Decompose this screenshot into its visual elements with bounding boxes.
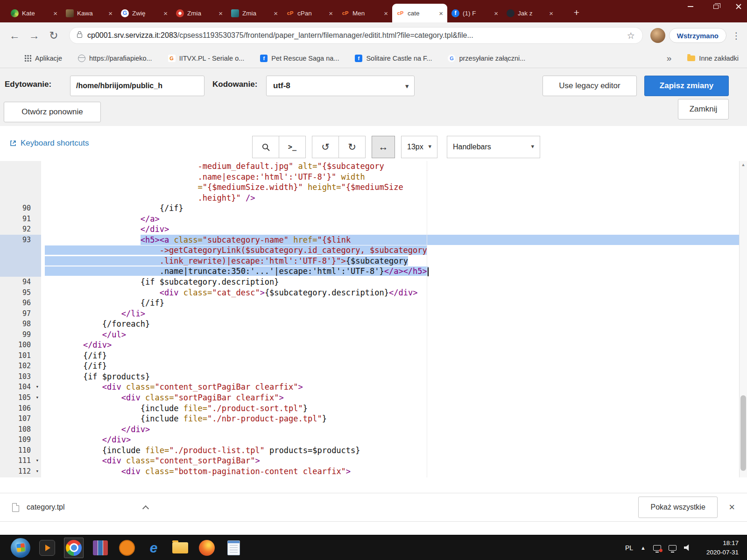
other-bookmarks-label: Inne zakładki	[699, 55, 739, 62]
code-row: {/if}	[45, 350, 739, 361]
bookmark-item[interactable]: Gprzesyłanie załączni...	[448, 55, 525, 62]
taskbar-app-notepad[interactable]	[224, 538, 243, 558]
taskbar-app-media[interactable]	[37, 538, 57, 558]
close-window-button[interactable]	[735, 3, 742, 10]
bookmark-item[interactable]: fSolitaire Castle na F...	[355, 55, 432, 62]
menu-dots-icon[interactable]: ⋮	[730, 30, 742, 41]
path-input[interactable]: /home/hbriijom/public_h	[70, 76, 204, 96]
browser-tab[interactable]: cPMen×	[337, 4, 392, 22]
fold-icon[interactable]: ▾	[35, 392, 39, 403]
bookmark-item[interactable]: Aplikacje	[24, 55, 62, 62]
bookmark-item[interactable]: fPet Rescue Saga na...	[260, 55, 339, 62]
tray-language[interactable]: PL	[625, 544, 633, 552]
tray-volume-icon[interactable]	[684, 544, 691, 551]
taskbar-app-winrar[interactable]	[91, 538, 110, 558]
fold-icon[interactable]: ▾	[35, 466, 39, 477]
tab-close-icon[interactable]: ×	[53, 9, 57, 17]
address-bar[interactable]: cp0001.srv.servizza.it:2083/cpsess119353…	[69, 27, 643, 44]
undo-button[interactable]: ↺	[312, 136, 339, 158]
browser-tab[interactable]: GZwię×	[117, 4, 172, 22]
tray-network-icon[interactable]	[653, 545, 661, 551]
taskbar-clock[interactable]: 18:17 2020-07-31	[698, 539, 739, 557]
taskbar-app-xampp[interactable]	[117, 538, 137, 558]
taskbar-app-ie[interactable]: e	[144, 538, 163, 558]
font-size-select[interactable]: 13px ▾	[401, 136, 437, 158]
photo-brown-favicon	[66, 9, 74, 17]
browser-tab[interactable]: f(1) F×	[447, 4, 502, 22]
show-all-button[interactable]: Pokaż wszystkie	[638, 497, 718, 518]
tray-chevron-icon[interactable]: ▲	[641, 545, 646, 551]
bookmarks-overflow-icon[interactable]: »	[667, 53, 672, 63]
maximize-button[interactable]	[710, 2, 722, 11]
bookmark-item[interactable]: https://parafiapieko...	[78, 55, 152, 62]
line-number	[0, 245, 41, 256]
code-row: </div>	[45, 340, 739, 350]
code-row: <div class="bottom-pagination-content cl…	[45, 466, 739, 477]
encoding-select[interactable]: utf-8 ▾	[266, 76, 415, 96]
browser-tab[interactable]: Zmia×	[172, 4, 227, 22]
ie-icon: e	[146, 540, 162, 556]
scrollbar[interactable]: ▲	[739, 161, 747, 477]
bookmark-label: Aplikacje	[35, 55, 62, 62]
tab-close-icon[interactable]: ×	[494, 9, 498, 17]
tab-close-icon[interactable]: ×	[329, 9, 333, 17]
browser-tab[interactable]: Zmia×	[227, 4, 282, 22]
firefox-icon	[199, 540, 215, 556]
terminal-button[interactable]: >_	[279, 136, 306, 158]
legacy-editor-button[interactable]: Use legacy editor	[543, 76, 637, 96]
keyboard-shortcuts-link[interactable]: Keyboard shortcuts	[9, 139, 89, 148]
tab-close-icon[interactable]: ×	[274, 9, 278, 17]
collapse-chevron-icon[interactable]	[142, 505, 148, 511]
sync-paused-chip[interactable]: Wstrzymano	[669, 28, 726, 43]
reopen-button[interactable]: Otwórz ponownie	[4, 102, 101, 122]
forward-button[interactable]: →	[24, 29, 44, 42]
minimize-button[interactable]	[684, 2, 697, 11]
bookmark-item[interactable]: GIITVX.PL - Seriale o...	[168, 55, 245, 62]
scroll-thumb[interactable]	[740, 395, 746, 471]
line-number	[0, 266, 41, 277]
browser-tab[interactable]: Kate×	[7, 4, 62, 22]
close-editor-button[interactable]: Zamknij	[678, 99, 729, 119]
tab-close-icon[interactable]: ×	[549, 9, 553, 17]
redo-icon: ↻	[348, 141, 356, 153]
browser-tab[interactable]: Kawa×	[62, 4, 117, 22]
file-name[interactable]: category.tpl	[27, 503, 65, 511]
word-wrap-button[interactable]: ↔	[372, 136, 395, 158]
search-button[interactable]	[252, 136, 279, 158]
reload-button[interactable]: ↻	[44, 29, 63, 42]
bookmark-star-icon[interactable]: ☆	[627, 30, 635, 41]
code-editor[interactable]: 90919293949596979899100101102103104▾105▾…	[0, 161, 747, 477]
redo-button[interactable]: ↻	[338, 136, 366, 158]
taskbar-app-firefox[interactable]	[197, 538, 217, 558]
line-number: 102	[0, 361, 41, 371]
profile-avatar[interactable]	[650, 28, 665, 43]
apps-icon	[24, 55, 31, 62]
tab-close-icon[interactable]: ×	[218, 9, 223, 17]
chevron-down-icon: ▾	[428, 136, 431, 157]
tab-close-icon[interactable]: ×	[439, 9, 443, 17]
save-button[interactable]: Zapisz zmiany	[644, 76, 729, 96]
syntax-mode-select[interactable]: Handlebars ▾	[447, 136, 540, 158]
tray-display-icon[interactable]	[669, 545, 677, 551]
scroll-up-icon[interactable]: ▲	[740, 162, 747, 167]
tab-close-icon[interactable]: ×	[163, 9, 168, 17]
tab-close-icon[interactable]: ×	[108, 9, 113, 17]
fold-icon[interactable]: ▾	[35, 382, 39, 392]
code-area[interactable]: -medium_default.jpg" alt="{$subcategory …	[41, 161, 739, 477]
bookmark-label: przesyłanie załączni...	[459, 55, 525, 62]
taskbar-app-explorer[interactable]	[170, 538, 190, 558]
browser-tab[interactable]: cPcPan×	[282, 4, 337, 22]
start-button[interactable]	[11, 538, 30, 558]
tab-label: Zmia	[242, 10, 270, 17]
browser-tab[interactable]: Jak z×	[502, 4, 557, 22]
browser-titlebar: Kate×Kawa×GZwię×Zmia×Zmia×cPcPan×cPMen×c…	[0, 0, 747, 22]
back-button[interactable]: ←	[5, 29, 24, 42]
new-tab-button[interactable]: +	[570, 6, 584, 20]
browser-tab[interactable]: cPcate×	[392, 4, 447, 22]
tab-close-icon[interactable]: ×	[384, 9, 388, 17]
taskbar-app-chrome[interactable]	[64, 538, 84, 558]
other-bookmarks[interactable]: Inne zakładki	[687, 55, 739, 62]
close-file-icon[interactable]: ×	[729, 501, 735, 513]
tab-label: Kate	[22, 10, 50, 17]
fold-icon[interactable]: ▾	[35, 455, 39, 466]
